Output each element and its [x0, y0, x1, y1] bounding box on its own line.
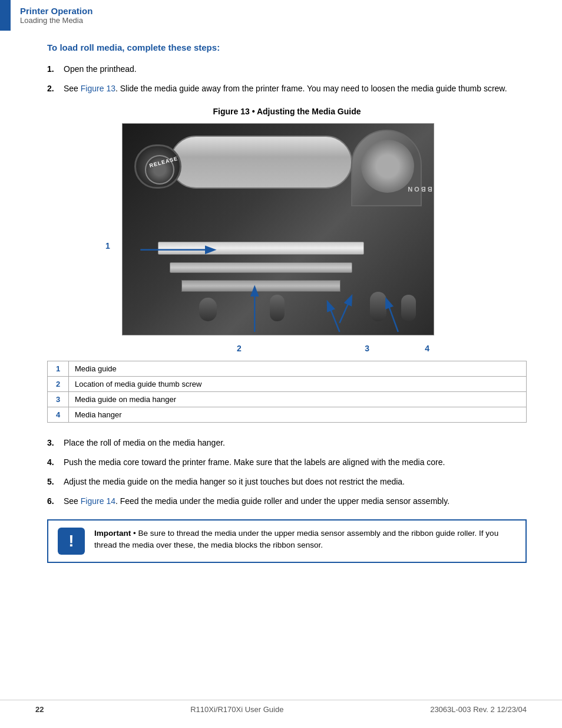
step-text-4: Push the media core toward the printer f… [64, 456, 527, 469]
step-number-6: 6. [47, 495, 64, 508]
figure-wrapper: RELEASE RIBBON [122, 123, 452, 335]
step-number-1: 1. [47, 63, 64, 75]
figure-image: RELEASE RIBBON [122, 123, 434, 335]
header-bar: Printer Operation Loading the Media [0, 0, 562, 31]
gear-inner [361, 140, 414, 193]
list-item: 4. Push the media core toward the printe… [47, 456, 527, 469]
important-box: ! Important • Be sure to thread the medi… [47, 519, 527, 563]
gear-right [351, 130, 422, 206]
roller-bottom-4 [401, 295, 416, 321]
footer-center: R110Xi/R170Xi User Guide [190, 705, 283, 714]
step-list: 1. Open the printhead. 2. See Figure 13.… [47, 63, 527, 95]
figure13-link[interactable]: Figure 13 [81, 84, 115, 93]
roller-bottom-3 [370, 292, 386, 321]
list-item: 3. Place the roll of media on the media … [47, 437, 527, 449]
list-item: 2. See Figure 13. Slide the media guide … [47, 83, 527, 95]
legend-num-3: 3 [48, 392, 69, 407]
step-text-3: Place the roll of media on the media han… [64, 437, 527, 449]
step-text-5: Adjust the media guide on the media hang… [64, 476, 527, 488]
step-number-5: 5. [47, 476, 64, 488]
legend-table: 1 Media guide 2 Location of media guide … [47, 361, 527, 423]
important-text: Important • Be sure to thread the media … [94, 528, 516, 552]
header-blue-tab [0, 0, 11, 31]
important-bullet: • [133, 529, 136, 538]
callout-1: 1 [105, 241, 110, 251]
list-item: 6. See Figure 14. Feed the media under t… [47, 495, 527, 508]
important-icon: ! [58, 528, 85, 555]
table-row: 2 Location of media guide thumb screw [48, 377, 527, 392]
table-row: 4 Media hanger [48, 407, 527, 423]
content: To load roll media, complete these steps… [0, 42, 562, 587]
list-item: 5. Adjust the media guide on the media h… [47, 476, 527, 488]
header-text: Printer Operation Loading the Media [11, 0, 102, 31]
list-item: 1. Open the printhead. [47, 63, 527, 75]
printer-background: RELEASE RIBBON [123, 124, 434, 335]
roller-small-bottom [199, 298, 217, 321]
roller-bottom-2 [270, 295, 285, 321]
step-number-4: 4. [47, 456, 64, 469]
important-body: Be sure to thread the media under the up… [94, 529, 498, 549]
legend-desc-2: Location of media guide thumb screw [69, 377, 527, 392]
legend-num-4: 4 [48, 407, 69, 423]
footer-page: 22 [35, 705, 44, 714]
figure-title: Figure 13 • Adjusting the Media Guide [47, 107, 527, 116]
table-row: 1 Media guide [48, 361, 527, 377]
page: Printer Operation Loading the Media To l… [0, 0, 562, 728]
header-subtitle: Loading the Media [20, 16, 92, 25]
step-text-2: See Figure 13. Slide the media guide awa… [64, 83, 527, 95]
main-roller [170, 136, 352, 189]
legend-num-2: 2 [48, 377, 69, 392]
step-list-continued: 3. Place the roll of media on the media … [47, 437, 527, 508]
footer-right: 23063L-003 Rev. 2 12/23/04 [430, 705, 527, 714]
callout-3: 3 [365, 344, 369, 353]
legend-num-1: 1 [48, 361, 69, 377]
step-number-3: 3. [47, 437, 64, 449]
section-heading: To load roll media, complete these steps… [47, 42, 527, 52]
media-guide-plate [158, 242, 364, 255]
figure-container: Figure 13 • Adjusting the Media Guide [47, 107, 527, 337]
media-guide-lower [170, 262, 352, 273]
media-guide-bottom [181, 280, 340, 292]
legend-desc-1: Media guide [69, 361, 527, 377]
ribbon-label: RIBBON [406, 186, 434, 193]
exclamation-icon: ! [68, 532, 74, 551]
step-text-1: Open the printhead. [64, 63, 527, 75]
header-title: Printer Operation [20, 6, 92, 16]
important-label: Important [94, 529, 131, 538]
legend-desc-4: Media hanger [69, 407, 527, 423]
figure14-link[interactable]: Figure 14 [81, 496, 115, 506]
step-number-2: 2. [47, 83, 64, 95]
step-text-6: See Figure 14. Feed the media under the … [64, 495, 527, 508]
callout-2: 2 [237, 344, 242, 353]
callout-4: 4 [425, 344, 429, 353]
table-row: 3 Media guide on media hanger [48, 392, 527, 407]
legend-desc-3: Media guide on media hanger [69, 392, 527, 407]
footer: 22 R110Xi/R170Xi User Guide 23063L-003 R… [0, 700, 562, 714]
